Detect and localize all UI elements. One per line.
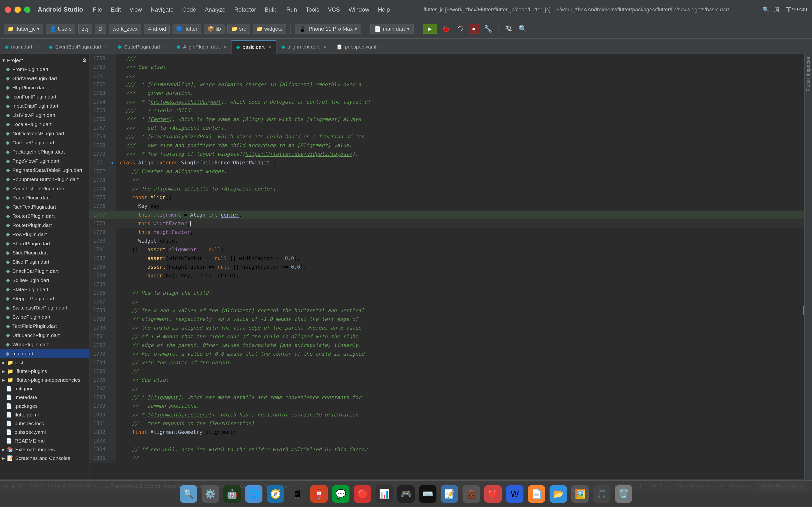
sidebar-item-sqlite[interactable]: ◆ SqlitePlugin.dart bbox=[0, 276, 89, 285]
android-button[interactable]: Android bbox=[144, 24, 170, 34]
menu-navigate[interactable]: Navigate bbox=[151, 6, 173, 13]
sidebar-item-iconfont[interactable]: ◆ IconFontPlugin.dart bbox=[0, 92, 89, 101]
dock-finder-2[interactable]: 📂 bbox=[550, 485, 567, 503]
lib-button[interactable]: 📦 lib bbox=[204, 24, 224, 34]
menu-edit[interactable]: Edit bbox=[111, 6, 120, 13]
build-icon[interactable]: 🏗 bbox=[503, 24, 514, 34]
sidebar-item-slide[interactable]: ◆ SlidePlugin.dart bbox=[0, 248, 89, 258]
sidebar-item-inputchip[interactable]: ◆ InputChipPlugin.dart bbox=[0, 101, 89, 111]
maximize-button[interactable] bbox=[24, 6, 31, 13]
menu-analyze[interactable]: Analyze bbox=[205, 6, 225, 13]
sidebar-item-sliver[interactable]: ◆ SliverPlugin.dart bbox=[0, 258, 89, 267]
sidebar-item-radio[interactable]: ◆ RadioPlugin.dart bbox=[0, 193, 89, 202]
sidebar-item-packageinfo[interactable]: ◆ PackageInfoPlugin.dart bbox=[0, 147, 89, 157]
tab-align-plugin[interactable]: ◆ AliginPlugin.dart × bbox=[172, 40, 231, 54]
stop-button[interactable]: ■ bbox=[469, 24, 479, 34]
dock-safari[interactable]: 🧭 bbox=[267, 485, 284, 503]
sidebar-folder-scratches[interactable]: ▸ 📝 Scratches and Consoles bbox=[0, 454, 89, 463]
dock-app-10[interactable]: 💼 bbox=[463, 485, 480, 503]
project-settings-icon[interactable]: ⚙ bbox=[82, 57, 87, 63]
dock-app-14[interactable]: 🎵 bbox=[593, 485, 610, 503]
tab-close-event[interactable]: × bbox=[105, 44, 108, 50]
more-tools-button[interactable]: 🔧 bbox=[482, 24, 494, 34]
sidebar-item-iml[interactable]: 📄 flutterjc.iml bbox=[0, 410, 89, 419]
tab-close-main[interactable]: × bbox=[36, 44, 39, 50]
zcj-button[interactable]: zcj bbox=[78, 24, 92, 34]
sidebar-item-main[interactable]: ◆ main.dart bbox=[0, 349, 89, 358]
minimize-button[interactable] bbox=[14, 6, 21, 13]
tab-pubspec[interactable]: 📋 pubspec.yaml × bbox=[331, 40, 388, 54]
search-icon[interactable]: 🔍 bbox=[763, 6, 769, 13]
widgets-button[interactable]: 📁 widgets bbox=[253, 24, 286, 34]
sidebar-item-packages[interactable]: 📄 .packages bbox=[0, 402, 89, 410]
sidebar-item-notifications[interactable]: ◆ NotificationsPlugin.dart bbox=[0, 129, 89, 138]
sidebar-item-router[interactable]: ◆ RouterPlugin.dart bbox=[0, 221, 89, 230]
menu-refactor[interactable]: Refactor bbox=[234, 6, 256, 13]
src-button[interactable]: 📁 src bbox=[227, 24, 250, 34]
code-area[interactable]: 1759 /// 1760 /// See also: 1761 /// bbox=[89, 54, 804, 479]
menu-build[interactable]: Build bbox=[265, 6, 278, 13]
inspector-icon[interactable]: Flutter Inspector bbox=[806, 56, 811, 92]
dock-motionx[interactable]: 📊 bbox=[375, 485, 393, 503]
sidebar-item-publock[interactable]: 📄 pubspec.lock bbox=[0, 419, 89, 428]
dock-app-6[interactable]: 🔴 bbox=[354, 485, 371, 503]
dock-wechat[interactable]: 💬 bbox=[332, 485, 349, 503]
project-header[interactable]: ▾ Project ⚙ bbox=[0, 56, 89, 65]
tab-close-state[interactable]: × bbox=[164, 44, 167, 50]
dock-terminal[interactable]: ⌨️ bbox=[419, 485, 437, 503]
sidebar-item-stepper[interactable]: ◆ StepperPlugin.dart bbox=[0, 294, 89, 303]
dock-photos[interactable]: 🖼️ bbox=[571, 485, 589, 503]
menu-code[interactable]: Code bbox=[182, 6, 196, 13]
tab-close-alignment[interactable]: × bbox=[323, 44, 326, 50]
dock-trash[interactable]: 🗑️ bbox=[615, 485, 632, 503]
profile-button[interactable]: ⏱ bbox=[455, 24, 466, 34]
tab-close-align[interactable]: × bbox=[223, 44, 226, 50]
dock-app-8[interactable]: 🎮 bbox=[397, 485, 415, 503]
sidebar-item-row[interactable]: ◆ RowPlugin.dart bbox=[0, 230, 89, 239]
menu-window[interactable]: Window bbox=[349, 6, 369, 13]
sidebar-item-swipe[interactable]: ◆ SwipePlugin.dart bbox=[0, 313, 89, 322]
sidebar-item-http[interactable]: ◆ HttpPlugin.dart bbox=[0, 83, 89, 92]
close-button[interactable] bbox=[5, 6, 11, 13]
search-everywhere-icon[interactable]: 🔍 bbox=[517, 24, 529, 34]
tab-event-bus[interactable]: ◆ EventBusPlugin.dart × bbox=[44, 40, 113, 54]
dock-system-prefs[interactable]: ⚙️ bbox=[202, 485, 219, 503]
project-button[interactable]: 📁 flutter_jc ▾ bbox=[4, 24, 43, 34]
dock-android-studio[interactable]: 🤖 bbox=[223, 485, 241, 503]
tab-close-basic[interactable]: × bbox=[268, 44, 271, 50]
branch-selector[interactable]: 📄 main.dart ▾ bbox=[370, 24, 414, 34]
sidebar-folder-flutter-deps[interactable]: ▸ 📁 .flutter-plugins-dependencies bbox=[0, 376, 89, 384]
menu-help[interactable]: Help bbox=[378, 6, 390, 13]
sidebar-item-radiolist[interactable]: ◆ RadioListTilePlugin.dart bbox=[0, 184, 89, 193]
menu-tools[interactable]: Tools bbox=[306, 6, 319, 13]
sidebar-item-state[interactable]: ◆ StatePlugin.dart bbox=[0, 285, 89, 294]
dock-chrome[interactable]: 🌐 bbox=[245, 485, 262, 503]
dock-postman[interactable]: 📮 bbox=[310, 485, 328, 503]
run-button[interactable]: ▶ bbox=[423, 24, 437, 34]
sidebar-item-listview[interactable]: ◆ ListViewPlugin.dart bbox=[0, 111, 89, 120]
sidebar-item-metadata[interactable]: 📄 .metadata bbox=[0, 393, 89, 402]
menu-vcs[interactable]: VCS bbox=[328, 6, 340, 13]
sidebar-item-locale[interactable]: ◆ LocalePlugin.dart bbox=[0, 120, 89, 129]
d-button[interactable]: D bbox=[95, 24, 106, 34]
sidebar-item-wrap[interactable]: ◆ WrapPlugin.dart bbox=[0, 340, 89, 349]
sidebar-item-shard[interactable]: ◆ ShardPlugin.dart bbox=[0, 239, 89, 248]
sidebar-item-richtext[interactable]: ◆ RichTextPlugin.dart bbox=[0, 202, 89, 212]
tab-alignment-dart[interactable]: ◆ alignment.dart × bbox=[276, 40, 332, 54]
sidebar-item-pubspec[interactable]: 📄 pubspec.yaml bbox=[0, 428, 89, 437]
menu-file[interactable]: File bbox=[93, 6, 102, 13]
dock-app-11[interactable]: ❤️ bbox=[484, 485, 502, 503]
sidebar-folder-flutter-plugins[interactable]: ▸ 📁 .flutter-plugins bbox=[0, 367, 89, 376]
sidebar-item-from[interactable]: ◆ FromPlugin.dart bbox=[0, 65, 89, 74]
flutter-button[interactable]: 🔵 flutter bbox=[172, 24, 201, 34]
dock-flutter[interactable]: 📱 bbox=[289, 485, 306, 503]
menu-run[interactable]: Run bbox=[286, 6, 297, 13]
sidebar-item-pageview[interactable]: ◆ PageViewPlugin.dart bbox=[0, 157, 89, 166]
tab-main-dart[interactable]: ◆ main.dart × bbox=[0, 40, 44, 54]
sidebar-item-readme[interactable]: 📄 README.md bbox=[0, 437, 89, 445]
users-button[interactable]: 👤 Users bbox=[46, 24, 75, 34]
device-selector[interactable]: 📱 iPhone 11 Pro Max ▾ bbox=[295, 24, 361, 34]
tab-basic-dart[interactable]: ◆ basic.dart × bbox=[232, 40, 276, 54]
menu-view[interactable]: View bbox=[130, 6, 142, 13]
sidebar-item-snackbar[interactable]: ◆ SnackBarPlugin.dart bbox=[0, 267, 89, 276]
